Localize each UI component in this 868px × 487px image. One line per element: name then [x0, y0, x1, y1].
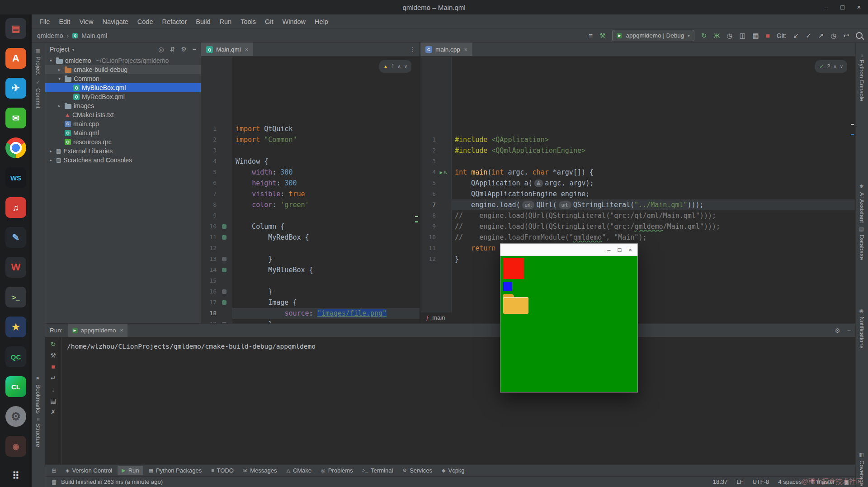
app-grid-icon[interactable]: ⠿ — [5, 466, 26, 487]
component-gutter-icon[interactable] — [222, 322, 226, 323]
toolwindow-button-messages[interactable]: ✉Messages — [239, 466, 281, 475]
component-gutter-icon[interactable] — [222, 268, 226, 272]
tree-item-main-cpp[interactable]: Cmain.cpp — [45, 119, 201, 128]
tree-item-images[interactable]: ▸images — [45, 101, 201, 110]
code-line-2[interactable]: 2import "Common" — [201, 134, 420, 145]
chevron-down-icon[interactable]: ▾ — [72, 47, 75, 52]
star-app-icon[interactable]: ★ — [5, 317, 26, 337]
stop-icon[interactable]: ■ — [51, 364, 55, 370]
tree-item-resources-qrc[interactable]: Qresources.qrc — [45, 137, 201, 147]
rerun-icon[interactable]: ↻ — [51, 341, 56, 347]
run-configuration-select[interactable]: ▶ appqmldemo | Debug ▾ — [612, 30, 694, 41]
run-gutter-icon[interactable]: ▶ — [440, 170, 443, 175]
toolwindow-button-cmake[interactable]: △CMake — [282, 466, 316, 475]
stripe-commit[interactable]: ✓Commit — [32, 78, 45, 110]
prev-problem-icon[interactable]: ∧ — [833, 61, 836, 72]
code-line-7[interactable]: 7 engine.load(url:QUrl(url:QStringLitera… — [420, 199, 855, 210]
toolwindow-button-run[interactable]: ▶Run — [118, 466, 143, 475]
toolwindow-button-todo[interactable]: ≡TODO — [207, 466, 238, 475]
gear-icon[interactable]: ⚙ — [181, 46, 187, 53]
webstorm-icon[interactable]: WS — [5, 167, 26, 188]
bird-app-icon[interactable]: ✈ — [5, 78, 26, 99]
search-everywhere-icon[interactable] — [856, 32, 863, 39]
profiler-icon[interactable]: ◷ — [726, 32, 732, 39]
close-icon[interactable]: × — [245, 46, 249, 53]
code-line-11[interactable]: 11 return QApplication::exec(); — [420, 243, 855, 254]
code-line-8[interactable]: 8// engine.load(QUrl(QStringLiteral("qrc… — [420, 210, 855, 221]
code-line-4[interactable]: 4Window { — [201, 156, 420, 167]
menu-view[interactable]: View — [75, 16, 97, 27]
software-store-icon[interactable]: A — [5, 48, 26, 69]
event-log-icon[interactable]: ▤ — [52, 479, 57, 485]
soft-wrap-icon[interactable]: ↵ — [51, 375, 56, 381]
run-console[interactable]: /home/wlzhou/CLionProjects/qmldemo/cmake… — [61, 337, 855, 464]
toolwindow-button-python-packages[interactable]: ▦Python Packages — [145, 466, 206, 475]
maximize-icon[interactable]: □ — [618, 246, 622, 253]
build-hammer-icon[interactable]: ⚒ — [599, 32, 605, 39]
terminal-app-icon[interactable]: >_ — [5, 287, 26, 307]
debug-icon[interactable]: Ж — [713, 32, 720, 39]
close-icon[interactable]: × — [464, 46, 468, 53]
hide-panel-icon[interactable]: − — [847, 327, 851, 334]
code-line-8[interactable]: 8 color: 'green' — [201, 199, 420, 210]
more-icon[interactable]: ⋮ — [409, 46, 415, 53]
close-icon[interactable]: × — [120, 327, 124, 334]
tree-item-common[interactable]: ▾Common — [45, 74, 201, 83]
files-app-icon[interactable]: ▤ — [5, 18, 26, 39]
git-rollback-icon[interactable]: ↩ — [843, 32, 849, 39]
menu-run[interactable]: Run — [216, 16, 236, 27]
line-separator-indicator[interactable]: LF — [736, 478, 743, 485]
code-line-10[interactable]: 10// engine.loadFromModule("qmldemo", "M… — [420, 232, 855, 243]
component-gutter-icon[interactable] — [222, 224, 226, 229]
tree-item-cmakelists-txt[interactable]: ▲CMakeLists.txt — [45, 110, 201, 119]
code-editor-cpp[interactable]: ✓ 2 ∧ ∨ ƒ main 1#include <QApplic — [420, 57, 855, 323]
code-line-9[interactable]: 9// engine.load(QUrl(QStringLiteral("qrc… — [420, 221, 855, 232]
code-line-18[interactable]: 18 source: "images/file.png" — [201, 308, 420, 319]
stop-icon[interactable]: ■ — [766, 32, 770, 39]
qc-app-icon[interactable]: QC — [5, 346, 26, 367]
dark-app-icon[interactable]: ◉ — [5, 436, 26, 457]
toolwindow-button-vcpkg[interactable]: ◆Vcpkg — [438, 466, 469, 475]
select-opened-file-icon[interactable]: ◎ — [158, 46, 164, 53]
code-line-19[interactable]: 19 } — [201, 319, 420, 323]
code-line-6[interactable]: 6 QQmlApplicationEngine engine; — [420, 189, 855, 199]
code-line-16[interactable]: 16 } — [201, 286, 420, 297]
music-app-icon[interactable]: ♫ — [5, 197, 26, 218]
stripe-python-console[interactable]: ≡Python Console — [856, 52, 868, 103]
app-window-titlebar[interactable]: – □ × — [500, 244, 637, 256]
code-line-14[interactable]: 14 MyBlueBox { — [201, 265, 420, 275]
prev-problem-icon[interactable]: ∧ — [397, 61, 401, 72]
menu-git[interactable]: Git — [261, 16, 278, 27]
gear-icon[interactable]: ⚙ — [835, 327, 840, 334]
code-line-3[interactable]: 3 — [420, 156, 855, 167]
scroll-to-end-icon[interactable]: ↓ — [52, 386, 55, 392]
toolwindow-button-problems[interactable]: ◎Problems — [317, 466, 357, 475]
close-icon[interactable]: × — [857, 4, 861, 11]
clear-console-icon[interactable]: ✗ — [51, 409, 56, 415]
menu-file[interactable]: File — [35, 16, 54, 27]
code-line-7[interactable]: 7 visible: true — [201, 189, 420, 199]
wechat-icon[interactable]: ✉ — [5, 108, 26, 128]
code-line-15[interactable]: 15 — [201, 275, 420, 286]
settings-gear-icon[interactable]: ⚙ — [5, 406, 26, 427]
code-line-6[interactable]: 6 height: 300 — [201, 178, 420, 189]
inspection-widget[interactable]: ▲ 1 ∧ ∨ — [379, 60, 412, 73]
breadcrumb-project[interactable]: qmldemo — [37, 32, 63, 39]
indent-indicator[interactable]: 4 spaces — [778, 478, 802, 485]
git-commit-icon[interactable]: ✓ — [806, 32, 811, 39]
tab-main-cpp[interactable]: C main.cpp × — [420, 43, 472, 56]
code-line-12[interactable]: 12 — [201, 243, 420, 254]
tree-item-scratches-and-consoles[interactable]: ▸▧Scratches and Consoles — [45, 156, 201, 165]
stripe-bookmarks[interactable]: ⚑Bookmarks — [32, 374, 45, 416]
hide-panel-icon[interactable]: − — [193, 46, 196, 53]
toolwindow-button-terminal[interactable]: >_Terminal — [359, 466, 397, 475]
clion-icon[interactable]: CL — [5, 376, 26, 397]
code-line-9[interactable]: 9 — [201, 210, 420, 221]
tree-item-cmake-build-debug[interactable]: ▸cmake-build-debug — [45, 65, 201, 74]
stripe-project[interactable]: ▦Project — [32, 46, 45, 76]
code-line-1[interactable]: 1import QtQuick — [201, 123, 420, 134]
code-line-2[interactable]: 2#include <QQmlApplicationEngine> — [420, 145, 855, 156]
view-options-icon[interactable]: ≡ — [589, 32, 593, 39]
toolwindow-button-version-control[interactable]: ◈Version Control — [61, 466, 116, 475]
editor-app-icon[interactable]: ✎ — [5, 227, 26, 248]
